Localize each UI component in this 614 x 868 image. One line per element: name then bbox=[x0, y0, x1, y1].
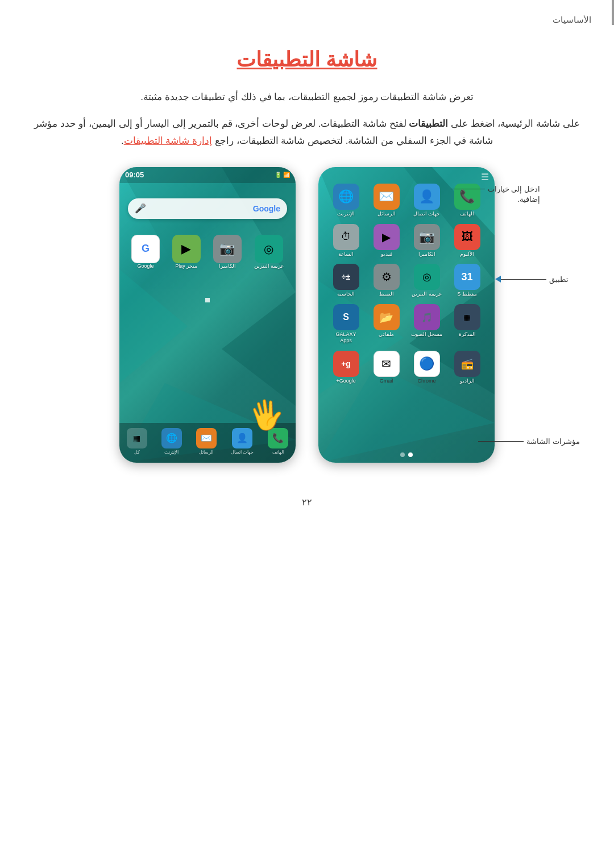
app-messages[interactable]: ✉️ الرسائل bbox=[367, 181, 405, 219]
app-fitness[interactable]: ◎ عزيمة النتزين bbox=[408, 261, 446, 300]
annotation-menu-text: ادخل إلى خياراتإضافية. bbox=[488, 184, 540, 205]
google-logo: Google bbox=[253, 204, 280, 213]
right-app-row-1: ◎ عزيمة النتزين 📷 الكاميرا ▶ منجز Play bbox=[125, 232, 290, 272]
nav-phone[interactable]: 📞 الهاتف bbox=[268, 428, 288, 455]
app-files[interactable]: 📂 ملفاتي bbox=[367, 302, 405, 346]
screen-indicators bbox=[400, 452, 413, 457]
app-voice[interactable]: 🎵 مسجل الصوت bbox=[408, 302, 446, 346]
app-internet[interactable]: 🌐 الإنترنت bbox=[327, 181, 365, 219]
app-google-plus[interactable]: g+ Google+ bbox=[327, 348, 365, 387]
svg-marker-7 bbox=[222, 167, 296, 292]
dot-inactive bbox=[400, 452, 405, 457]
description-1: تعرض شاشة التطبيقات رموز لجميع التطبيقات… bbox=[34, 89, 580, 106]
phones-section: ادخل إلى خياراتإضافية. تطبيق مؤشرات الشا… bbox=[80, 167, 534, 463]
app-gmail[interactable]: ✉ Gmail bbox=[367, 348, 405, 387]
section-label: الأساسيات bbox=[553, 15, 591, 24]
nav-messages[interactable]: ✉️ الرسائل bbox=[196, 428, 217, 455]
status-bar: 📶 🔋 09:05 bbox=[119, 167, 296, 183]
app-chrome[interactable]: 🔵 Chrome bbox=[408, 348, 446, 387]
apps-screen-link[interactable]: إدارة شاشة التطبيقات bbox=[124, 135, 212, 146]
app-camera[interactable]: 📷 الكاميرا bbox=[408, 222, 446, 260]
app-memo[interactable]: ▦ المذكرة bbox=[448, 302, 486, 346]
nav-contacts[interactable]: 👤 جهات اتصال bbox=[231, 428, 254, 455]
app-calculator[interactable]: ±÷ الحاسبة bbox=[327, 261, 365, 300]
right-app-google[interactable]: G Google bbox=[130, 232, 161, 272]
app-contacts[interactable]: 👤 جهات اتصال bbox=[408, 181, 446, 219]
google-search-bar[interactable]: Google 🎤 bbox=[128, 198, 287, 219]
nav-all-apps[interactable]: ▦ كل bbox=[127, 428, 147, 455]
app-radio[interactable]: 📻 الراديو bbox=[448, 348, 486, 387]
page-number: ٢٢ bbox=[34, 497, 580, 508]
mic-icon: 🎤 bbox=[135, 203, 146, 214]
status-icons: 📶 🔋 bbox=[275, 172, 290, 178]
right-app-play[interactable]: ▶ منجز Play bbox=[171, 232, 202, 272]
app-galaxy-apps[interactable]: S GALAXYApps bbox=[327, 302, 365, 346]
time-display: 09:05 bbox=[125, 171, 144, 179]
phones-container: ☰ 📞 الهاتف 👤 جهات اتصال ✉️ bbox=[80, 167, 534, 463]
right-app-fitness[interactable]: ◎ عزيمة النتزين bbox=[253, 232, 285, 272]
right-app-camera[interactable]: 📷 الكاميرا bbox=[212, 232, 243, 272]
nav-internet[interactable]: 🌐 الإنترنت bbox=[161, 428, 182, 455]
left-phone: ☰ 📞 الهاتف 👤 جهات اتصال ✉️ bbox=[318, 167, 495, 463]
annotation-app-text: تطبيق bbox=[549, 275, 569, 284]
right-phone: 📶 🔋 09:05 Google 🎤 ◎ عزيمة النتزين bbox=[119, 167, 296, 463]
hand-pointer: 🖐 bbox=[246, 396, 287, 434]
svg-marker-8 bbox=[119, 269, 188, 383]
app-video[interactable]: ▶ فيديو bbox=[367, 222, 405, 260]
page-title: شاشة التطبيقات bbox=[34, 48, 580, 72]
app-calendar[interactable]: 31 مفطط S bbox=[448, 261, 486, 300]
dot-active bbox=[408, 452, 413, 457]
description-2: على شاشة الرئيسية، اضغط على التطبيقات لف… bbox=[34, 115, 580, 150]
svg-marker-9 bbox=[222, 292, 296, 406]
app-grid: 📞 الهاتف 👤 جهات اتصال ✉️ الرسائل 🌐 bbox=[324, 178, 489, 389]
app-clock[interactable]: ⏱ الساعة bbox=[327, 222, 365, 260]
annotation-dots-text: مؤشرات الشاشة bbox=[526, 437, 580, 446]
main-content: شاشة التطبيقات تعرض شاشة التطبيقات رموز … bbox=[0, 25, 614, 530]
app-album[interactable]: 🖼 الألبوم bbox=[448, 222, 486, 260]
app-settings[interactable]: ⚙ الضبط bbox=[367, 261, 405, 300]
